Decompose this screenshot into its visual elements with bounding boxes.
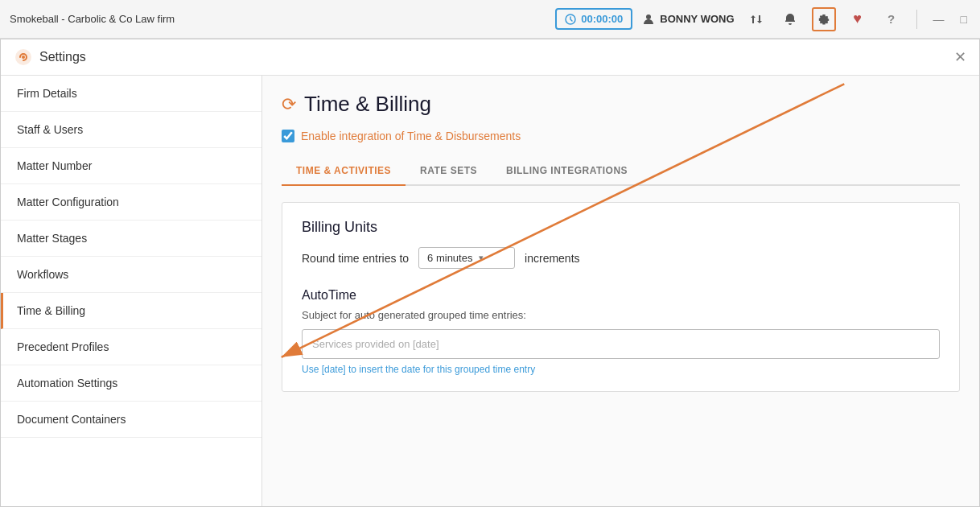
heart-icon-btn[interactable]: ♥ (846, 7, 870, 31)
svg-point-1 (646, 14, 651, 19)
integration-label: Enable integration of Time & Disbursemen… (301, 130, 521, 142)
user-icon (642, 13, 655, 26)
user-name: BONNY WONG (660, 13, 734, 25)
sidebar-item-matter-number[interactable]: Matter Number (1, 148, 261, 184)
autotime-title: AutoTime (302, 288, 940, 303)
billing-units-title: Billing Units (302, 219, 940, 236)
user-info: BONNY WONG (642, 13, 734, 26)
autotime-placeholder: Services provided on [date] (312, 338, 439, 350)
integration-checkbox-row: Enable integration of Time & Disbursemen… (282, 130, 960, 142)
settings-body: Firm Details Staff & Users Matter Number… (1, 76, 979, 506)
autotime-subject-label: Subject for auto generated grouped time … (302, 309, 940, 321)
bell-icon-btn[interactable] (778, 7, 802, 31)
tabs-row: TIME & ACTIVITIES RATE SETS BILLING INTE… (282, 157, 960, 186)
content-card: Billing Units Round time entries to 6 mi… (282, 202, 960, 392)
sidebar-item-workflows[interactable]: Workflows (1, 257, 261, 293)
increment-label: increments (525, 252, 579, 265)
sidebar-item-document-containers[interactable]: Document Containers (1, 402, 261, 438)
settings-window: Settings ✕ Firm Details Staff & Users Ma… (0, 39, 980, 507)
tab-billing-integrations[interactable]: BILLING INTEGRATIONS (492, 157, 642, 186)
round-time-row: Round time entries to 6 minutes ▾ increm… (302, 247, 940, 269)
settings-close-button[interactable]: ✕ (954, 50, 966, 64)
gear-icon (817, 13, 830, 26)
tab-time-activities[interactable]: TIME & ACTIVITIES (282, 157, 406, 186)
main-content: ⟳ Time & Billing Enable integration of T… (262, 76, 979, 506)
titlebar-separator (916, 10, 917, 29)
tab-rate-sets[interactable]: RATE SETS (406, 157, 492, 186)
chevron-down-icon: ▾ (479, 253, 484, 263)
timer-button[interactable]: 00:00:00 (555, 8, 632, 30)
bell-icon (784, 13, 797, 26)
sidebar-item-matter-stages[interactable]: Matter Stages (1, 221, 261, 257)
sidebar-item-precedent-profiles[interactable]: Precedent Profiles (1, 329, 261, 365)
sidebar-item-time-billing[interactable]: Time & Billing (1, 293, 261, 329)
maximize-button[interactable]: □ (957, 13, 970, 26)
integration-checkbox[interactable] (282, 130, 294, 142)
app-title: Smokeball - Carbolic & Co Law firm (10, 13, 546, 25)
sidebar-item-firm-details[interactable]: Firm Details (1, 76, 261, 112)
round-dropdown[interactable]: 6 minutes ▾ (418, 247, 515, 269)
sidebar: Firm Details Staff & Users Matter Number… (1, 76, 262, 506)
smokeball-logo (14, 47, 33, 67)
settings-header: Settings ✕ (1, 39, 979, 76)
minimize-button[interactable]: — (930, 13, 948, 26)
gear-icon-btn[interactable] (812, 7, 836, 31)
help-icon-btn[interactable]: ? (879, 7, 904, 31)
titlebar: Smokeball - Carbolic & Co Law firm 00:00… (0, 0, 980, 39)
page-title: Time & Billing (304, 92, 431, 117)
autotime-hint: Use [date] to insert the date for this g… (302, 364, 940, 375)
help-icon: ? (887, 12, 895, 26)
sidebar-item-automation-settings[interactable]: Automation Settings (1, 365, 261, 402)
time-billing-icon: ⟳ (282, 94, 296, 115)
timer-value: 00:00:00 (581, 13, 623, 25)
clock-icon (565, 14, 576, 25)
page-heading: ⟳ Time & Billing (282, 92, 960, 117)
sort-icon-btn[interactable] (744, 7, 768, 31)
round-value: 6 minutes (427, 252, 472, 264)
settings-title: Settings (39, 50, 954, 64)
svg-point-3 (22, 56, 25, 59)
heart-icon: ♥ (853, 10, 862, 27)
autotime-input[interactable]: Services provided on [date] (302, 329, 940, 359)
round-label: Round time entries to (302, 252, 409, 265)
sidebar-item-matter-configuration[interactable]: Matter Configuration (1, 184, 261, 221)
sidebar-item-staff-users[interactable]: Staff & Users (1, 112, 261, 148)
sort-icon (749, 12, 764, 27)
